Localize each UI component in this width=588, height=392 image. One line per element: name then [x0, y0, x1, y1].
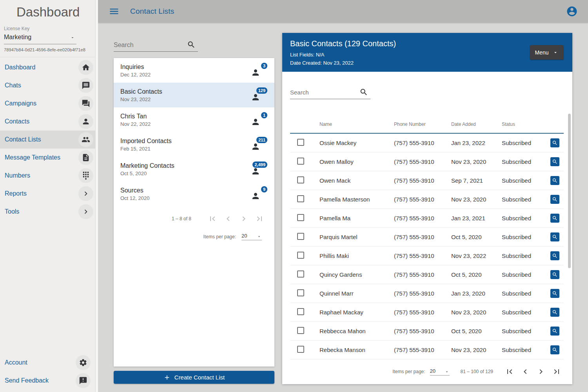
view-contact-button[interactable]	[550, 345, 559, 354]
contacts-search-input[interactable]	[290, 85, 370, 99]
row-checkbox[interactable]	[297, 270, 304, 278]
row-checkbox[interactable]	[297, 289, 304, 296]
contact-list-detail-panel: Basic Contacts (129 Contacts) List Field…	[282, 33, 572, 384]
contact-list-item-basic-contacts[interactable]: Basic Contacts Nov 23, 2022 129	[114, 83, 274, 107]
view-contact-button[interactable]	[550, 251, 559, 260]
view-contact-button[interactable]	[550, 214, 559, 223]
sidebar-item-contact-lists[interactable]: Contact Lists	[0, 131, 98, 149]
first-page-button[interactable]	[505, 367, 514, 376]
contact-row-quincy-gardens: Quincy Gardens (757) 555-3910 Oct 5, 202…	[290, 265, 564, 284]
last-page-button[interactable]	[552, 367, 561, 376]
view-contact-button[interactable]	[550, 195, 559, 204]
sidebar-item-send-feedback[interactable]: Send Feedback	[0, 372, 95, 390]
contact-status: Subscribed	[502, 158, 543, 165]
contact-row-owen-mack: Owen Mack (757) 555-3910 Sep 7, 2021 Sub…	[290, 171, 564, 190]
sidebar-item-contacts[interactable]: Contacts	[0, 113, 98, 131]
contact-list-item-imported-contacts[interactable]: Imported Contacts Feb 15, 2021 211	[114, 132, 274, 157]
view-contact-button[interactable]	[550, 270, 559, 279]
contact-status: Subscribed	[502, 234, 543, 240]
account-avatar[interactable]	[566, 5, 578, 17]
row-checkbox[interactable]	[297, 308, 304, 315]
column-header-name: Name	[319, 122, 394, 127]
contact-date-added: Jan 23, 2022	[451, 140, 502, 146]
sidebar-item-message-templates[interactable]: Message Templates	[0, 149, 98, 167]
previous-page-button[interactable]	[521, 367, 530, 376]
next-page-button[interactable]	[536, 367, 546, 376]
contact-lists-search-input[interactable]	[114, 38, 198, 51]
hamburger-icon	[109, 6, 120, 17]
contact-status: Subscribed	[502, 309, 543, 316]
view-contact-button[interactable]	[550, 138, 559, 147]
row-checkbox[interactable]	[297, 176, 304, 183]
magnifier-icon	[552, 290, 558, 296]
items-per-page-select[interactable]: 20	[241, 233, 262, 240]
row-checkbox[interactable]	[297, 252, 304, 259]
items-per-page-value: 20	[430, 368, 436, 374]
items-per-page-select[interactable]: 20	[430, 368, 450, 376]
row-checkbox[interactable]	[297, 327, 304, 334]
contact-phone: (757) 555-3910	[394, 290, 451, 297]
chevron-left-icon	[521, 367, 530, 376]
sidebar-item-label: Account	[5, 359, 27, 366]
view-contact-button[interactable]	[550, 176, 559, 185]
contact-list-name: Sources	[120, 187, 149, 194]
contact-phone: (757) 555-3910	[394, 177, 451, 184]
sidebar-item-dashboard[interactable]: Dashboard	[0, 58, 98, 76]
contacts-paginator: Items per page: 20 81 – 100 of 129	[392, 363, 561, 381]
sidebar-item-chats[interactable]: Chats	[0, 76, 98, 94]
sidebar-item-numbers[interactable]: Numbers	[0, 167, 98, 185]
contact-list-item-marketing-contacts[interactable]: Marketing Contacts Oct 5, 2020 2,499	[114, 157, 274, 181]
items-per-page-label: Items per page:	[392, 369, 425, 374]
row-checkbox[interactable]	[297, 214, 304, 221]
menu-toggle-button[interactable]	[109, 6, 120, 17]
contact-row-quinnel-marr: Quinnel Marr (757) 555-3910 Jan 23, 2020…	[290, 284, 564, 303]
sidebar-item-campaigns[interactable]: Campaigns	[0, 94, 98, 113]
sidebar-item-label: Contacts	[5, 118, 29, 125]
home-icon	[82, 63, 90, 72]
person-icon	[251, 191, 260, 201]
contact-list-date: Dec 12, 2022	[120, 72, 151, 78]
contact-count-badge: 211	[256, 137, 267, 143]
sidebar-item-reports[interactable]: Reports	[0, 185, 98, 203]
caret-down-icon	[256, 234, 262, 239]
first-page-icon	[208, 214, 217, 223]
sidebar-item-label: Reports	[5, 190, 27, 197]
dialpad-icon	[82, 171, 90, 180]
search-icon[interactable]	[187, 40, 196, 49]
contact-name: Quinnel Marr	[319, 290, 394, 297]
sidebar-item-icon-circle	[78, 150, 93, 165]
previous-page-button	[223, 214, 233, 223]
contact-list-item-text: Basic Contacts Nov 23, 2022	[120, 88, 162, 102]
create-contact-list-label: Create Contact List	[174, 374, 225, 381]
contact-list-item-inquiries[interactable]: Inquiries Dec 12, 2022 3	[114, 58, 274, 83]
app-root: Contact Lists Dashboard License Key Mark…	[0, 0, 588, 392]
row-checkbox[interactable]	[297, 158, 304, 165]
row-checkbox[interactable]	[297, 195, 304, 202]
contact-date-added: Oct 5, 2020	[451, 271, 502, 278]
contact-list-item-chris-tan[interactable]: Chris Tan Nov 22, 2022 1	[114, 107, 274, 132]
row-checkbox[interactable]	[297, 139, 304, 146]
view-contact-button[interactable]	[550, 289, 559, 298]
license-key-select[interactable]: Marketing	[4, 34, 76, 44]
contact-list-item-sources[interactable]: Sources Oct 12, 2020 9	[114, 181, 274, 206]
row-checkbox[interactable]	[297, 346, 304, 353]
table-scrollbar[interactable]	[568, 114, 571, 268]
sidebar-item-tools[interactable]: Tools	[0, 203, 98, 221]
view-contact-button[interactable]	[550, 232, 559, 241]
detail-menu-button[interactable]: Menu	[530, 45, 564, 60]
sidebar-item-account[interactable]: Account	[0, 354, 95, 372]
sidebar-item-label: Message Templates	[5, 154, 60, 161]
view-contact-button[interactable]	[550, 327, 559, 336]
view-contact-button[interactable]	[550, 308, 559, 317]
magnifier-icon	[552, 272, 558, 278]
contact-date-added: Jan 23, 2020	[451, 290, 502, 297]
row-checkbox[interactable]	[297, 233, 304, 240]
view-contact-button[interactable]	[550, 157, 559, 166]
contact-date-added: Nov 23, 2020	[451, 158, 502, 165]
paginator-range: 81 – 100 of 129	[461, 369, 493, 374]
create-contact-list-button[interactable]: Create Contact List	[114, 371, 274, 384]
sidebar-item-icon-circle	[78, 114, 93, 129]
license-key-value: Marketing	[4, 34, 31, 40]
search-icon[interactable]	[359, 88, 368, 96]
contact-row-pamella-ma: Pamella Ma (757) 555-3910 Jan 23, 2021 S…	[290, 209, 564, 228]
